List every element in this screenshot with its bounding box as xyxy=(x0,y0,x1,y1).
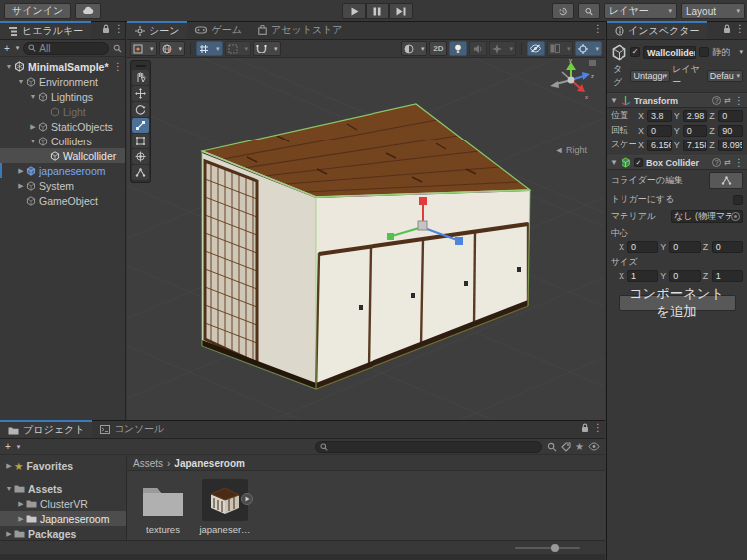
panel-menu-icon[interactable]: ⋮ xyxy=(593,24,603,34)
tab-inspector[interactable]: インスペクター xyxy=(607,21,707,39)
breadcrumb-root[interactable]: Assets xyxy=(133,458,163,469)
panel-menu-icon[interactable]: ⋮ xyxy=(593,423,603,433)
position-z-field[interactable]: 0 xyxy=(718,110,743,122)
rotation-z-field[interactable]: 90 xyxy=(718,125,743,137)
layout-dropdown[interactable]: Layout ▾ xyxy=(681,3,745,19)
prefab-expand-badge[interactable] xyxy=(241,493,253,505)
expander-icon[interactable]: ▶ xyxy=(4,530,14,538)
asset-item-japaneseroom-model[interactable]: japaneser… xyxy=(199,479,251,535)
hierarchy-item-gameobject[interactable]: GameObject xyxy=(0,193,125,208)
tab-project[interactable]: プロジェクト xyxy=(0,420,92,438)
play-button[interactable] xyxy=(342,3,366,19)
rotation-x-field[interactable]: 0 xyxy=(647,125,672,137)
tag-dropdown[interactable]: Untagge ▾ xyxy=(630,70,670,82)
is-trigger-checkbox[interactable] xyxy=(733,195,743,205)
gameobject-big-icon[interactable] xyxy=(610,43,627,61)
active-checkbox[interactable]: ✓ xyxy=(630,47,640,57)
component-menu-icon[interactable]: ⋮ xyxy=(734,158,744,168)
tab-asset-store[interactable]: アセットストア xyxy=(250,21,351,39)
box-collider-header[interactable]: ▼ ✓ Box Collider ? ⇄ ⋮ xyxy=(607,155,747,170)
tab-scene[interactable]: シーン xyxy=(127,21,187,39)
expander-icon[interactable]: ▶ xyxy=(16,500,26,508)
signin-button[interactable]: サインイン xyxy=(4,3,71,19)
help-icon[interactable]: ? xyxy=(712,158,721,167)
add-component-button[interactable]: コンポーネントを追加 xyxy=(619,295,736,311)
material-object-field[interactable]: なし (物理マテリ xyxy=(671,210,743,223)
rect-tool-button[interactable] xyxy=(132,134,149,148)
object-name-field[interactable]: Wallcollider xyxy=(643,46,696,59)
gizmos-dropdown[interactable]: ▾ xyxy=(575,41,602,56)
tab-game[interactable]: ゲーム xyxy=(187,21,249,39)
hierarchy-item-scene[interactable]: ▼ MinimalSample* ⋮ xyxy=(0,59,125,74)
view-tool-button[interactable] xyxy=(132,70,149,85)
tab-hierarchy[interactable]: ヒエラルキー xyxy=(0,21,91,39)
lock-icon[interactable] xyxy=(581,423,589,433)
center-z-field[interactable]: 0 xyxy=(712,241,743,253)
component-menu-icon[interactable]: ⋮ xyxy=(734,96,744,106)
search-label-icon[interactable] xyxy=(561,442,571,452)
layers-dropdown[interactable]: レイヤー ▾ xyxy=(604,3,677,19)
layer-dropdown[interactable]: Defau ▾ xyxy=(707,70,743,82)
project-tree-clustervr[interactable]: ▶ ClusterVR xyxy=(0,496,126,511)
lock-icon[interactable] xyxy=(723,24,731,34)
project-tree-packages[interactable]: ▶ Packages xyxy=(0,526,126,541)
chevron-down-icon[interactable]: ▾ xyxy=(739,48,743,56)
pivot-toggle-button[interactable]: ▾ xyxy=(130,41,157,56)
favorites-star-icon[interactable]: ★ xyxy=(575,441,584,452)
expander-icon[interactable]: ▶ xyxy=(16,182,26,190)
hierarchy-item-staticobjects[interactable]: ▶ StaticObjects xyxy=(0,119,125,134)
static-checkbox[interactable] xyxy=(699,47,709,57)
version-control-button[interactable] xyxy=(552,3,574,19)
slider-knob[interactable] xyxy=(551,544,559,552)
search-type-icon[interactable] xyxy=(547,442,557,452)
breadcrumb-current[interactable]: Japaneseroom xyxy=(174,458,245,469)
project-search-input[interactable] xyxy=(315,441,542,453)
center-x-field[interactable]: 0 xyxy=(627,241,658,253)
hierarchy-search-input[interactable]: All xyxy=(23,42,109,55)
2d-toggle-button[interactable]: 2D xyxy=(429,41,447,56)
create-asset-button[interactable]: +▾ xyxy=(3,440,22,453)
scene-visibility-toggle[interactable] xyxy=(527,41,545,56)
scene-viewport[interactable]: y z x ◄ Right xyxy=(127,58,605,420)
project-tree-assets[interactable]: ▼ Assets xyxy=(0,481,126,496)
tab-console[interactable]: コンソール xyxy=(92,420,172,438)
search-filter-button[interactable] xyxy=(111,42,124,55)
size-z-field[interactable]: 1 xyxy=(712,270,743,282)
pause-button[interactable] xyxy=(366,3,389,19)
hierarchy-item-light[interactable]: Light xyxy=(0,104,125,119)
expander-icon[interactable]: ▼ xyxy=(28,93,38,100)
transform-tool-button[interactable] xyxy=(132,149,149,164)
palette-drag-handle[interactable] xyxy=(132,62,149,69)
collider-enabled-checkbox[interactable]: ✓ xyxy=(634,158,643,167)
view-direction-label[interactable]: ◄ Right xyxy=(555,145,587,155)
draw-mode-dropdown[interactable]: ▾ xyxy=(401,41,428,56)
object-picker-icon[interactable] xyxy=(731,212,740,221)
expander-icon[interactable]: ▶ xyxy=(16,167,26,175)
transform-header[interactable]: ▼ Transform ? ⇄ ⋮ xyxy=(607,93,747,108)
project-tree-favorites[interactable]: ▶ ★ Favorites xyxy=(0,458,126,473)
size-y-field[interactable]: 0 xyxy=(669,270,700,282)
foldout-icon[interactable]: ▼ xyxy=(610,96,618,105)
edit-collider-button[interactable] xyxy=(709,172,743,189)
hierarchy-item-wallcollider[interactable]: Wallcollider xyxy=(0,148,125,163)
center-y-field[interactable]: 0 xyxy=(669,241,700,253)
expander-icon[interactable]: ▼ xyxy=(4,485,14,492)
lock-icon[interactable] xyxy=(102,24,110,34)
audio-toggle-button[interactable] xyxy=(469,41,487,56)
move-tool-button[interactable] xyxy=(132,86,149,101)
position-x-field[interactable]: 3.8 xyxy=(647,110,672,122)
camera-overlay-dropdown[interactable]: ▾ xyxy=(547,41,574,56)
expander-icon[interactable]: ▼ xyxy=(4,63,14,70)
rotate-tool-button[interactable] xyxy=(132,102,149,117)
scale-tool-button[interactable] xyxy=(132,118,149,133)
scale-y-field[interactable]: 7.1582 xyxy=(683,140,708,151)
foldout-icon[interactable]: ▼ xyxy=(610,158,618,167)
panel-menu-icon[interactable]: ⋮ xyxy=(735,24,745,34)
expander-icon[interactable]: ▼ xyxy=(28,138,38,144)
hierarchy-item-japaneseroom[interactable]: ▶ japaneseroom xyxy=(0,163,125,178)
hierarchy-item-environment[interactable]: ▼ Environment xyxy=(0,74,125,89)
custom-editor-tool-button[interactable] xyxy=(132,165,149,180)
create-object-button[interactable]: +▾ xyxy=(2,42,21,55)
scale-z-field[interactable]: 8.0955 xyxy=(718,140,743,151)
grid-snap-toggle-button[interactable]: ▾ xyxy=(196,41,223,56)
